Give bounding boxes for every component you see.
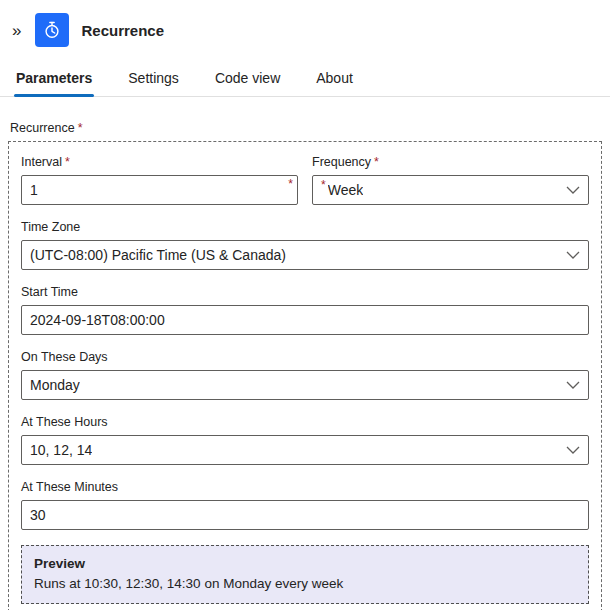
minutes-label: At These Minutes <box>21 480 589 494</box>
minutes-input[interactable] <box>21 500 589 530</box>
days-label: On These Days <box>21 350 589 364</box>
preview-title: Preview <box>34 556 576 571</box>
days-value: Monday <box>30 377 80 393</box>
required-asterisk: * <box>374 155 379 169</box>
timezone-dropdown[interactable]: (UTC-08:00) Pacific Time (US & Canada) <box>21 240 589 270</box>
hours-label: At These Hours <box>21 415 589 429</box>
start-time-field: Start Time <box>21 285 589 335</box>
collapse-panel-icon[interactable]: » <box>10 20 23 41</box>
required-asterisk: * <box>321 176 326 194</box>
recurrence-trigger-panel: » Recurrence Parameters Settings Code vi… <box>0 0 610 610</box>
frequency-label: Frequency* <box>312 155 589 169</box>
required-asterisk: * <box>65 155 70 169</box>
header: » Recurrence <box>0 0 610 57</box>
start-time-input[interactable] <box>21 305 589 335</box>
recurrence-trigger-icon <box>35 13 69 47</box>
interval-label: Interval* <box>21 155 298 169</box>
recurrence-preview-box: Preview Runs at 10:30, 12:30, 14:30 on M… <box>21 545 589 604</box>
recurrence-section-label: Recurrence* <box>0 97 610 141</box>
chevron-down-icon <box>558 251 580 259</box>
timezone-value: (UTC-08:00) Pacific Time (US & Canada) <box>30 247 286 263</box>
page-title: Recurrence <box>81 22 164 39</box>
tab-settings[interactable]: Settings <box>126 61 181 96</box>
tab-bar: Parameters Settings Code view About <box>0 57 610 97</box>
start-time-label: Start Time <box>21 285 589 299</box>
interval-input[interactable] <box>21 175 298 205</box>
minutes-field: At These Minutes <box>21 480 589 530</box>
section-label-text: Recurrence <box>10 121 75 135</box>
recurrence-parameters-card: Interval* * Frequency* * Week Time Zo <box>8 141 602 610</box>
timezone-field: Time Zone (UTC-08:00) Pacific Time (US &… <box>21 220 589 270</box>
interval-frequency-row: Interval* * Frequency* * Week <box>21 155 589 220</box>
frequency-dropdown[interactable]: * Week <box>312 175 589 205</box>
tab-about[interactable]: About <box>314 61 355 96</box>
chevron-down-icon <box>558 186 580 194</box>
required-asterisk: * <box>78 121 83 135</box>
interval-field: Interval* * <box>21 155 298 205</box>
preview-text: Runs at 10:30, 12:30, 14:30 on Monday ev… <box>34 576 576 591</box>
hours-value: 10, 12, 14 <box>30 442 92 458</box>
stopwatch-icon <box>42 20 62 40</box>
tab-code-view[interactable]: Code view <box>213 61 282 96</box>
chevron-down-icon <box>558 381 580 389</box>
days-field: On These Days Monday <box>21 350 589 400</box>
chevron-down-icon <box>558 446 580 454</box>
hours-dropdown[interactable]: 10, 12, 14 <box>21 435 589 465</box>
days-dropdown[interactable]: Monday <box>21 370 589 400</box>
timezone-label: Time Zone <box>21 220 589 234</box>
frequency-value: Week <box>328 182 364 198</box>
hours-field: At These Hours 10, 12, 14 <box>21 415 589 465</box>
frequency-field: Frequency* * Week <box>312 155 589 205</box>
tab-parameters[interactable]: Parameters <box>14 61 94 96</box>
